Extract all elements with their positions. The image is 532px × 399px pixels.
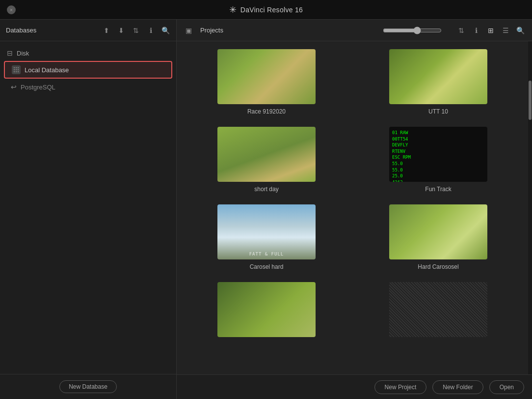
local-db-icon bbox=[12, 65, 21, 74]
panel-toggle-icon[interactable]: ▣ bbox=[183, 25, 194, 36]
new-folder-button[interactable]: New Folder bbox=[432, 380, 483, 394]
project-thumbnail bbox=[217, 282, 316, 337]
info-projects-icon[interactable]: ℹ bbox=[470, 25, 482, 36]
project-label: Hard Carososel bbox=[418, 263, 458, 270]
project-thumbnail bbox=[217, 49, 316, 104]
scrollbar[interactable] bbox=[528, 41, 532, 374]
svg-rect-6 bbox=[14, 71, 15, 72]
project-thumbnail bbox=[389, 204, 487, 259]
size-slider-input[interactable] bbox=[383, 27, 442, 34]
project-thumbnail: 01 RAW 00TT54 DEVFLY RTENV ESC RPM 55.0 … bbox=[389, 127, 487, 182]
svg-rect-4 bbox=[16, 69, 17, 70]
scrollbar-thumb[interactable] bbox=[529, 81, 532, 120]
svg-rect-3 bbox=[14, 69, 15, 70]
fun-track-overlay: 01 RAW 00TT54 DEVFLY RTENV ESC RPM 55.0 … bbox=[389, 127, 487, 182]
app-title: DaVinci Resolve 16 bbox=[240, 6, 303, 14]
project-item[interactable]: short day bbox=[188, 127, 345, 193]
list-view-icon[interactable]: ☰ bbox=[500, 25, 511, 36]
carosel-overlay: FATT & FULL bbox=[217, 252, 316, 256]
disk-section: ⊟ Disk bbox=[0, 46, 176, 60]
grid-view-icon[interactable]: ⊞ bbox=[485, 25, 497, 36]
thumbnail-size-slider[interactable] bbox=[383, 27, 452, 34]
main-container: Databases ⬆ ⬇ ⇅ ℹ 🔍 ⊟ Disk bbox=[0, 20, 532, 399]
project-thumbnail bbox=[217, 127, 316, 182]
project-item[interactable]: Hard Carososel bbox=[360, 204, 516, 270]
svg-rect-1 bbox=[16, 67, 17, 68]
sort-icon[interactable]: ⇅ bbox=[131, 26, 141, 35]
project-label: UTT 10 bbox=[428, 108, 448, 115]
info-icon[interactable]: ℹ bbox=[146, 26, 156, 35]
projects-title: Projects bbox=[198, 27, 379, 34]
svg-rect-2 bbox=[18, 67, 19, 68]
postgres-label: PostgreSQL bbox=[21, 84, 55, 91]
titlebar: × ✳ DaVinci Resolve 16 bbox=[0, 0, 532, 20]
disk-label: Disk bbox=[17, 50, 29, 57]
local-db-label: Local Database bbox=[25, 66, 69, 74]
project-label: short day bbox=[254, 186, 278, 193]
new-project-button[interactable]: New Project bbox=[374, 380, 427, 394]
right-header: ▣ Projects ⇅ ℹ ⊞ ☰ 🔍 bbox=[177, 20, 532, 41]
close-icon: × bbox=[10, 7, 13, 13]
project-label: Race 9192020 bbox=[247, 108, 286, 115]
carosel-text: FATT & FULL bbox=[249, 252, 284, 256]
app-logo: ✳ bbox=[229, 4, 237, 15]
fun-track-text: 01 RAW 00TT54 DEVFLY RTENV ESC RPM bbox=[392, 130, 484, 161]
svg-rect-0 bbox=[14, 67, 15, 68]
project-thumbnail: FATT & FULL bbox=[217, 204, 316, 259]
project-item[interactable]: UTT 10 bbox=[360, 49, 516, 115]
project-thumbnail bbox=[389, 49, 487, 104]
open-button[interactable]: Open bbox=[489, 380, 524, 394]
right-footer: New Project New Folder Open bbox=[177, 374, 532, 399]
right-panel: ▣ Projects ⇅ ℹ ⊞ ☰ 🔍 Race 9192020UTT 10s… bbox=[177, 20, 532, 399]
sidebar-content: ⊟ Disk bbox=[0, 41, 176, 374]
svg-rect-8 bbox=[18, 71, 19, 72]
projects-grid: Race 9192020UTT 10short day 01 RAW 00TT5… bbox=[177, 41, 528, 374]
disk-icon: ⊟ bbox=[7, 49, 13, 57]
upload-icon[interactable]: ⬆ bbox=[102, 26, 111, 35]
project-item[interactable] bbox=[360, 282, 516, 341]
fun-track-values: 55.0 55.0 25.0 4163 bbox=[392, 161, 484, 182]
project-thumbnail bbox=[389, 282, 487, 337]
sidebar-footer: New Database bbox=[0, 374, 176, 399]
local-database-item[interactable]: Local Database bbox=[4, 61, 172, 79]
search-icon[interactable]: 🔍 bbox=[160, 26, 170, 35]
sidebar-title: Databases bbox=[6, 27, 98, 34]
sidebar: Databases ⬆ ⬇ ⇅ ℹ 🔍 ⊟ Disk bbox=[0, 20, 177, 399]
svg-rect-5 bbox=[18, 69, 19, 70]
sort-projects-icon[interactable]: ⇅ bbox=[455, 25, 467, 36]
project-item[interactable]: Race 9192020 bbox=[188, 49, 345, 115]
project-item[interactable]: FATT & FULLCarosel hard bbox=[188, 204, 345, 270]
project-item[interactable]: 01 RAW 00TT54 DEVFLY RTENV ESC RPM 55.0 … bbox=[360, 127, 516, 193]
project-item[interactable] bbox=[188, 282, 345, 341]
project-label: Carosel hard bbox=[250, 263, 284, 270]
svg-rect-7 bbox=[16, 71, 17, 72]
postgres-icon: ↩ bbox=[11, 83, 17, 91]
search-projects-icon[interactable]: 🔍 bbox=[514, 25, 526, 36]
sidebar-header: Databases ⬆ ⬇ ⇅ ℹ 🔍 bbox=[0, 20, 176, 41]
right-header-icons: ⇅ ℹ ⊞ ☰ 🔍 bbox=[455, 25, 526, 36]
postgresql-item[interactable]: ↩ PostgreSQL bbox=[4, 80, 172, 94]
sidebar-header-icons: ⬆ ⬇ ⇅ ℹ 🔍 bbox=[102, 26, 170, 35]
close-button[interactable]: × bbox=[7, 5, 16, 14]
new-database-button[interactable]: New Database bbox=[59, 380, 117, 393]
project-label: Fun Track bbox=[425, 186, 451, 193]
download-icon[interactable]: ⬇ bbox=[116, 26, 126, 35]
